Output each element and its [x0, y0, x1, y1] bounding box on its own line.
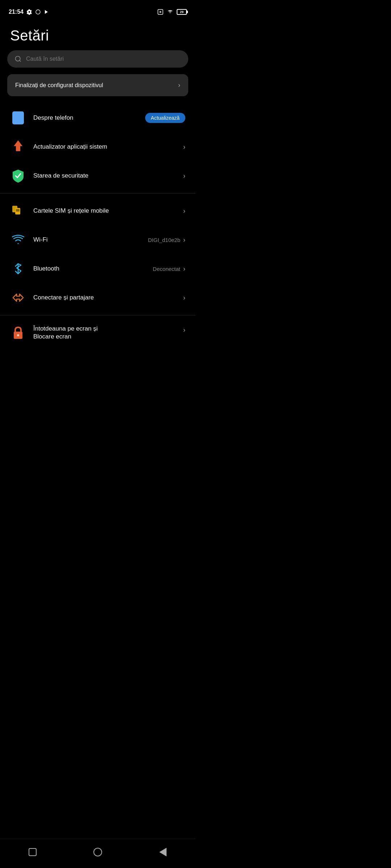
conectare-icon — [10, 290, 26, 306]
search-input[interactable] — [26, 56, 181, 62]
lock-icon — [10, 325, 26, 341]
divider-2 — [0, 315, 196, 315]
status-left: 21:54 — [9, 9, 49, 15]
sim-label: Cartele SIM și rețele mobile — [33, 207, 109, 214]
actualizator-label: Actualizator aplicații sistem — [33, 143, 107, 150]
conectare-right: › — [183, 294, 185, 302]
svg-rect-7 — [16, 146, 20, 151]
svg-marker-8 — [14, 140, 22, 146]
bluetooth-icon — [10, 261, 26, 277]
actualizator-right: › — [183, 143, 185, 151]
page-title: Setări — [0, 20, 196, 50]
menu-item-securitate[interactable]: Starea de securitate › — [0, 161, 196, 190]
wifi-value: DIGI_d10e2b — [148, 237, 180, 243]
play-icon — [44, 9, 49, 14]
conectare-content: Conectare și partajare › — [33, 294, 185, 302]
svg-marker-1 — [45, 10, 48, 14]
wifi-chevron: › — [183, 236, 185, 244]
svg-rect-11 — [16, 209, 20, 212]
status-bar: 21:54 29 — [0, 0, 196, 20]
securitate-label: Starea de securitate — [33, 172, 88, 179]
securitate-icon — [10, 168, 26, 184]
sim-right: › — [183, 207, 185, 215]
wifi-content: Wi-Fi DIGI_d10e2b › — [33, 236, 185, 244]
svg-point-16 — [17, 334, 19, 336]
svg-point-5 — [16, 56, 20, 61]
despre-telefon-right: Actualizează — [145, 113, 185, 123]
setup-banner[interactable]: Finalizați de configurat dispozitivul › — [7, 74, 188, 96]
update-badge[interactable]: Actualizează — [145, 113, 185, 123]
sim-content: Cartele SIM și rețele mobile › — [33, 207, 185, 215]
always-on-label: Întotdeauna pe ecran șiBlocare ecran — [33, 325, 176, 341]
svg-line-6 — [20, 60, 21, 62]
conectare-chevron: › — [183, 294, 185, 302]
bluetooth-right: Deconectat › — [153, 265, 185, 273]
bluetooth-label: Bluetooth — [33, 265, 59, 272]
menu-item-bluetooth[interactable]: Bluetooth Deconectat › — [0, 254, 196, 283]
sim-icon — [10, 203, 26, 219]
conectare-label: Conectare și partajare — [33, 294, 94, 301]
setup-chevron-icon: › — [178, 81, 180, 89]
wifi-icon — [10, 232, 26, 248]
search-bar[interactable] — [7, 50, 188, 68]
circle-icon — [35, 9, 41, 15]
menu-item-despre-telefon[interactable]: Despre telefon Actualizează — [0, 103, 196, 132]
actualizator-icon — [10, 139, 26, 155]
menu-item-sim[interactable]: Cartele SIM și rețele mobile › — [0, 196, 196, 225]
always-on-chevron: › — [183, 326, 185, 334]
svg-point-0 — [36, 10, 40, 14]
menu-item-actualizator[interactable]: Actualizator aplicații sistem › — [0, 132, 196, 161]
svg-marker-14 — [13, 294, 23, 301]
battery-icon: 29 — [177, 9, 187, 15]
always-on-content: Întotdeauna pe ecran șiBlocare ecran — [33, 325, 176, 341]
status-right: 29 — [157, 9, 187, 15]
wifi-status-icon — [167, 9, 174, 15]
actualizator-content: Actualizator aplicații sistem › — [33, 143, 185, 151]
section-phone-info: Despre telefon Actualizează Actualizator… — [0, 103, 196, 190]
x-box-icon — [157, 9, 164, 15]
section-network: Cartele SIM și rețele mobile › Wi-Fi DIG… — [0, 196, 196, 312]
actualizator-chevron: › — [183, 143, 185, 151]
bluetooth-chevron: › — [183, 265, 185, 273]
menu-item-always-on[interactable]: Întotdeauna pe ecran șiBlocare ecran › — [0, 318, 196, 344]
securitate-chevron: › — [183, 172, 185, 180]
despre-telefon-label: Despre telefon — [33, 114, 73, 122]
bluetooth-content: Bluetooth Deconectat › — [33, 265, 185, 273]
menu-item-conectare[interactable]: Conectare și partajare › — [0, 283, 196, 312]
sim-chevron: › — [183, 207, 185, 215]
wifi-label: Wi-Fi — [33, 236, 48, 243]
status-time: 21:54 — [9, 9, 24, 15]
menu-item-wifi[interactable]: Wi-Fi DIGI_d10e2b › — [0, 225, 196, 254]
bluetooth-value: Deconectat — [153, 266, 180, 272]
setup-banner-text: Finalizați de configurat dispozitivul — [15, 82, 103, 89]
despre-telefon-content: Despre telefon Actualizează — [33, 113, 185, 123]
settings-icon — [26, 9, 32, 15]
wifi-right: DIGI_d10e2b › — [148, 236, 185, 244]
securitate-content: Starea de securitate › — [33, 172, 185, 180]
search-icon — [14, 55, 22, 63]
divider-1 — [0, 193, 196, 193]
securitate-right: › — [183, 172, 185, 180]
despre-telefon-icon — [10, 110, 26, 126]
